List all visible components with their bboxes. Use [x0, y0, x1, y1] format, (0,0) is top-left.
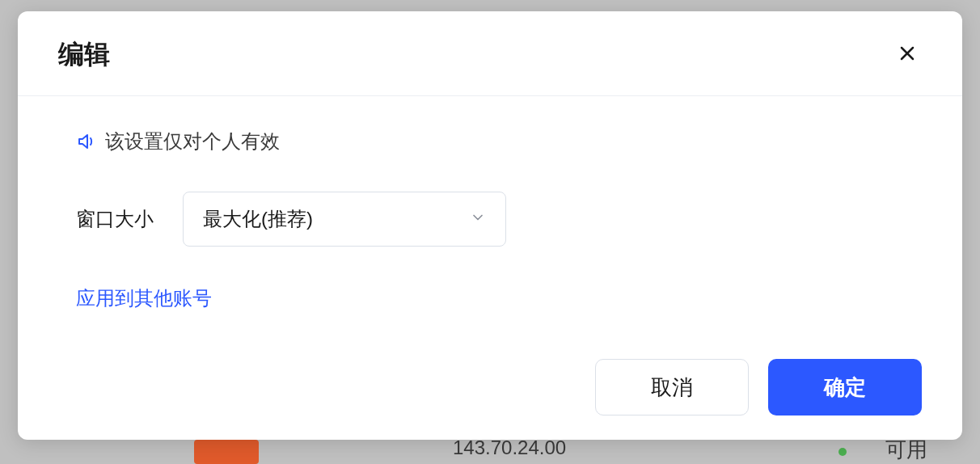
window-size-value: 最大化(推荐) [203, 206, 313, 232]
bg-ip-text: 143.70.24.00 [453, 437, 566, 459]
notice-row: 该设置仅对个人有效 [76, 129, 904, 154]
bg-status-text: 可用 [885, 436, 927, 464]
modal-header: 编辑 [18, 11, 962, 96]
window-size-row: 窗口大小 最大化(推荐) [76, 192, 904, 247]
modal-body: 该设置仅对个人有效 窗口大小 最大化(推荐) 应用到其他账号 [18, 96, 962, 359]
window-size-label: 窗口大小 [76, 206, 154, 232]
bg-status-dot [838, 448, 847, 456]
bg-open-badge [194, 440, 259, 464]
apply-link-row: 应用到其他账号 [76, 285, 904, 311]
close-button[interactable] [893, 40, 922, 70]
cancel-button[interactable]: 取消 [595, 359, 749, 415]
edit-modal: 编辑 该设置仅对个人有效 窗口大小 最大化(推荐) [18, 11, 962, 440]
speaker-icon [76, 132, 95, 151]
close-icon [898, 44, 917, 66]
apply-to-other-accounts-link[interactable]: 应用到其他账号 [76, 287, 212, 309]
modal-title: 编辑 [58, 37, 110, 73]
notice-text: 该设置仅对个人有效 [105, 129, 280, 154]
window-size-select[interactable]: 最大化(推荐) [183, 192, 506, 247]
confirm-button[interactable]: 确定 [768, 359, 922, 415]
chevron-down-icon [470, 209, 486, 229]
modal-footer: 取消 确定 [18, 359, 962, 440]
